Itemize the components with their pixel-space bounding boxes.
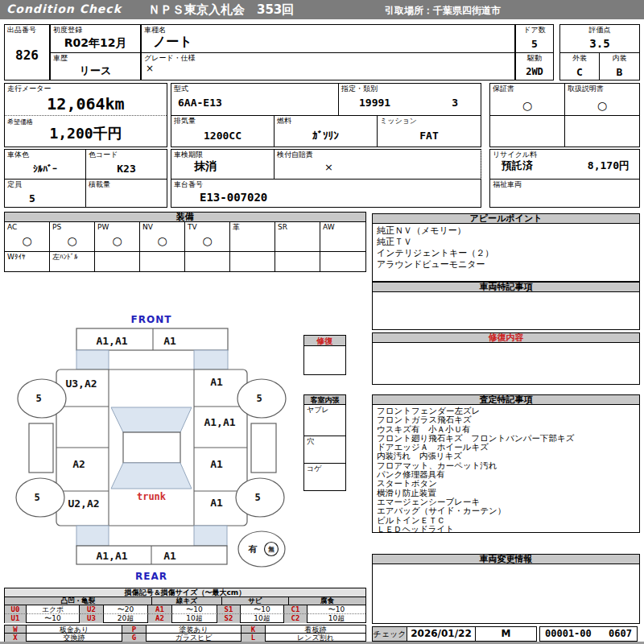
equipment-label: NV xyxy=(142,223,153,231)
model-code: 型式 6AA-E13 xyxy=(171,84,339,115)
wheel-front-left-value: 5 xyxy=(35,393,41,404)
drive-type-value: 2WD xyxy=(516,66,553,77)
legend-group-rust: サビ xyxy=(222,597,289,605)
trunk-label: trunk xyxy=(137,491,167,502)
divider xyxy=(5,115,167,116)
interior-value: B xyxy=(600,66,639,78)
mark-door-right-rear: A1 xyxy=(210,458,223,470)
class-designation-label: 指定・類別 xyxy=(341,85,378,93)
lot-number-cell: 出品番号 826 xyxy=(4,24,50,80)
equipment-cell-empty xyxy=(275,252,320,271)
warranty-book: 保証書 ○ xyxy=(490,84,565,115)
assessment-line: エアバッグ（サイド・カーテン） xyxy=(377,506,635,515)
mark-front-bumper-left: A1,A1 xyxy=(96,335,127,347)
equipment-label: PW xyxy=(97,223,109,231)
displacement-value: 1200CC xyxy=(171,130,274,142)
drive-type: 駆動 2WD xyxy=(516,53,553,80)
recycle-fee-label: リサイクル料 xyxy=(493,151,537,159)
check-number: 0607 xyxy=(609,627,632,641)
appeal-line: アラウンドビューモニター xyxy=(377,259,635,270)
equipment-cell-nv: NV○ xyxy=(140,222,185,251)
score-cell: 評価点 3.5 外装 C 内装 B xyxy=(559,24,640,80)
title-bar: Condition Check ＮＰＳ東京入札会 353回 引取場所：千葉県四街… xyxy=(0,0,644,19)
transmission-value: FAT xyxy=(378,130,481,142)
cabin-tear-label: ヤブレ xyxy=(307,406,329,414)
odometer-value: 12,064km xyxy=(5,94,167,114)
mark-rear-bumper-right: A1 xyxy=(163,550,176,562)
legend-size: 板金あり xyxy=(27,625,122,634)
equipment-mark: ○ xyxy=(95,234,139,247)
engine-row-top: 型式 6AA-E13 指定・類別 19991 3 xyxy=(171,84,481,116)
transmission-label: ミッション xyxy=(380,117,417,125)
legend-group-corrosion: 腐食 xyxy=(289,597,365,605)
assessment-notes-box: フロントフェンダー左ズレ フロントガラス飛石キズ ウスキズ有 小Ａ小Ｕ有 フロン… xyxy=(372,404,640,533)
equipment-cell-empty xyxy=(230,252,275,271)
cabin-tear: ヤブレ xyxy=(304,405,345,436)
inspection-expiry-label: 車検期限 xyxy=(174,151,203,159)
legend-code: A2 xyxy=(148,614,172,623)
legend-code: U3 xyxy=(80,614,104,623)
check-date: 2026/01/22 xyxy=(407,626,476,642)
rear-glass-left xyxy=(76,526,109,546)
wheel-front-right-value: 5 xyxy=(256,393,262,404)
wheel-front-left xyxy=(18,379,66,418)
legend-code: P xyxy=(122,625,147,634)
assessment-line: フロントガラス飛石キズ xyxy=(377,415,635,424)
color-row-bottom: 定員 5 積載量 xyxy=(5,180,167,207)
overall-score-label: 評価点 xyxy=(560,25,639,34)
auction-sheet: Condition Check ＮＰＳ東京入札会 353回 引取場所：千葉県四街… xyxy=(0,0,644,644)
auction-title: ＮＰＳ東京入札会 353回 xyxy=(148,2,294,18)
legend-code: U2 xyxy=(80,605,104,614)
load-capacity: 積載量 xyxy=(86,180,167,207)
color-code-value: K23 xyxy=(86,163,167,175)
owners-manual-mark: ○ xyxy=(565,99,639,112)
appeal-line: インテリジェントキー（２） xyxy=(377,248,635,259)
body-color-value: ｼﾙﾊﾞｰ xyxy=(5,163,85,175)
grade-spec-value: × xyxy=(146,63,154,74)
overall-score: 評価点 3.5 xyxy=(560,25,639,53)
rear-window xyxy=(111,463,192,489)
repair-history-no: 無 xyxy=(267,546,275,553)
vehicle-history: 車歴 リース xyxy=(51,53,140,80)
legend-code: U0 xyxy=(5,605,27,614)
documents-empty-right xyxy=(565,116,639,147)
legend-code: A1 xyxy=(148,605,172,614)
equipment-cell-sr: SR xyxy=(275,222,320,251)
interior-label: 内装 xyxy=(600,53,639,62)
odometer-label: 走行メーター xyxy=(7,85,51,93)
fuel-value: ｶﾞｿﾘﾝ xyxy=(275,130,377,142)
first-registration-value: R02年12月 xyxy=(51,36,140,51)
first-registration: 初度登録 R02年12月 xyxy=(51,25,140,53)
wheel-rear-right-value: 5 xyxy=(254,492,260,503)
doors-drive-cell: ドア数 5 駆動 2WD xyxy=(515,24,554,80)
repair-detail-box xyxy=(372,342,640,385)
rear-label: REAR xyxy=(135,571,167,582)
class-designation-value2: 3 xyxy=(452,97,458,109)
model-cell: 車種名 ノート グレード・仕様 × xyxy=(141,24,515,80)
legend-code: C2 xyxy=(284,614,308,623)
owners-manual-label: 取扱説明書 xyxy=(568,85,604,93)
asking-price-value: 1,200千円 xyxy=(5,124,167,143)
mark-rear-fender-right: A1 xyxy=(210,497,223,509)
seating-capacity-value: 5 xyxy=(29,192,35,204)
transmission: ミッション FAT xyxy=(378,116,481,147)
cabin-burn: コゲ xyxy=(304,464,345,490)
pickup-location: 引取場所：千葉県四街道市 xyxy=(385,4,501,18)
equipment-label: 革 xyxy=(233,223,240,231)
engine-row-bottom: 排気量 1200CC 燃料 ｶﾞｿﾘﾝ ミッション FAT xyxy=(171,116,481,147)
warranty-label: 保証書 xyxy=(493,85,514,93)
equipment-extra-label: 左ﾊﾝﾄﾞﾙ xyxy=(52,253,78,261)
doors-value: 5 xyxy=(516,38,553,50)
repair-mini-header: 修復 xyxy=(303,335,346,346)
equipment-row-extras: Wﾀｲﾔ 左ﾊﾝﾄﾞﾙ xyxy=(4,251,366,272)
equipment-cell-ps: PS○ xyxy=(50,222,95,251)
owners-manual: 取扱説明書 ○ xyxy=(565,84,639,115)
roof xyxy=(123,432,180,463)
legend-repair-table: W 板金あり P 塗装あり K 看板跡 X 交換跡 G ガラスヒビ L レンズ割… xyxy=(4,625,366,642)
documents-cell: 保証書 ○ 取扱説明書 ○ xyxy=(489,83,640,147)
equipment-cell-aw: AW xyxy=(320,222,365,251)
wheel-rear-left-value: 5 xyxy=(34,492,39,503)
equipment-label: PS xyxy=(52,223,61,231)
grade-spec: グレード・仕様 × xyxy=(142,53,514,80)
legend-code: S2 xyxy=(217,614,241,623)
